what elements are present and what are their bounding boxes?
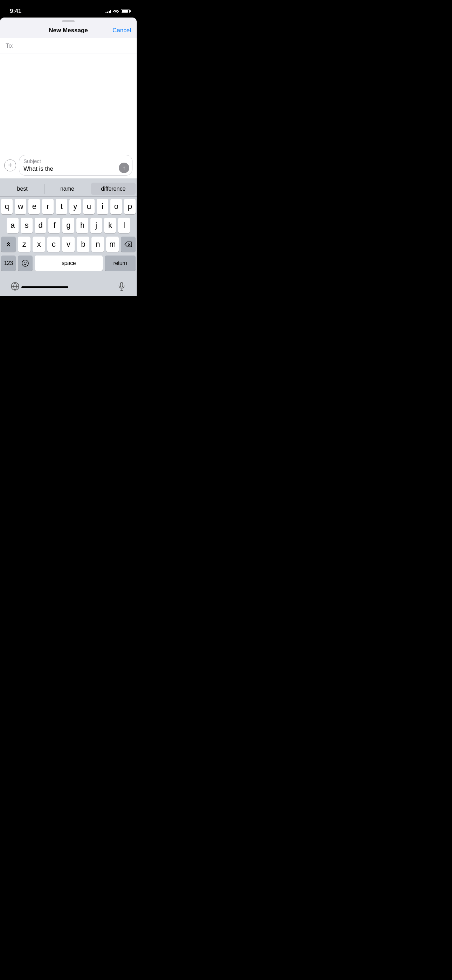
key-r[interactable]: r xyxy=(42,199,54,214)
key-y[interactable]: y xyxy=(69,199,81,214)
compose-sheet: New Message Cancel To: + Subject What is… xyxy=(0,18,137,296)
key-h[interactable]: h xyxy=(76,218,88,233)
svg-point-2 xyxy=(22,260,29,266)
key-rows: q w e r t y u i o p a s d f g h j k xyxy=(0,197,137,275)
bottom-bar xyxy=(0,275,137,296)
key-j[interactable]: j xyxy=(91,218,102,233)
key-row-4: 123 space return xyxy=(1,256,135,271)
space-key[interactable]: space xyxy=(35,256,103,271)
to-label: To: xyxy=(6,42,14,49)
subject-message-area[interactable]: Subject What is the ↑ xyxy=(19,155,132,176)
return-key[interactable]: return xyxy=(105,256,135,271)
send-arrow: ↑ xyxy=(123,165,126,171)
to-input[interactable] xyxy=(16,42,131,49)
message-text: What is the xyxy=(24,165,128,172)
key-e[interactable]: e xyxy=(29,199,40,214)
keyboard: best name difference q w e r t y u i xyxy=(0,178,137,296)
key-b[interactable]: b xyxy=(77,237,89,252)
numbers-key[interactable]: 123 xyxy=(1,256,16,271)
send-button[interactable]: ↑ xyxy=(119,162,129,173)
backspace-icon xyxy=(124,242,132,247)
battery-icon xyxy=(121,9,130,13)
backspace-key[interactable] xyxy=(121,237,135,252)
key-row-3: z x c v b n m xyxy=(1,237,135,252)
predictive-item-difference[interactable]: difference xyxy=(91,183,135,195)
compose-toolbar: + Subject What is the ↑ xyxy=(0,152,137,178)
predictive-divider-2 xyxy=(90,184,90,194)
key-p[interactable]: p xyxy=(124,199,135,214)
key-z[interactable]: z xyxy=(18,237,30,252)
key-i[interactable]: i xyxy=(97,199,108,214)
key-m[interactable]: m xyxy=(106,237,119,252)
svg-rect-7 xyxy=(121,283,123,287)
key-w[interactable]: w xyxy=(15,199,26,214)
key-g[interactable]: g xyxy=(62,218,74,233)
key-v[interactable]: v xyxy=(62,237,75,252)
key-f[interactable]: f xyxy=(48,218,60,233)
shift-icon xyxy=(5,241,12,248)
key-t[interactable]: t xyxy=(56,199,67,214)
key-q[interactable]: q xyxy=(1,199,13,214)
key-row-2: a s d f g h j k l xyxy=(1,218,135,233)
key-row-1: q w e r t y u i o p xyxy=(1,199,135,214)
compose-header: New Message Cancel xyxy=(0,22,137,38)
emoji-icon xyxy=(21,259,29,267)
subject-placeholder: Subject xyxy=(24,158,128,164)
cancel-button[interactable]: Cancel xyxy=(113,27,131,34)
key-u[interactable]: u xyxy=(83,199,95,214)
home-indicator xyxy=(21,286,68,288)
key-k[interactable]: k xyxy=(104,218,116,233)
wifi-icon xyxy=(113,9,119,13)
key-s[interactable]: s xyxy=(21,218,33,233)
key-x[interactable]: x xyxy=(33,237,45,252)
compose-title: New Message xyxy=(49,27,88,34)
message-body[interactable] xyxy=(0,54,137,152)
predictive-bar: best name difference xyxy=(0,181,137,197)
key-o[interactable]: o xyxy=(110,199,122,214)
signal-icon xyxy=(105,9,111,13)
predictive-item-best[interactable]: best xyxy=(0,181,45,196)
predictive-item-name[interactable]: name xyxy=(45,181,89,196)
key-a[interactable]: a xyxy=(6,218,19,233)
shift-key[interactable] xyxy=(1,237,16,252)
key-c[interactable]: c xyxy=(47,237,60,252)
globe-icon[interactable] xyxy=(11,282,20,292)
status-time: 9:41 xyxy=(10,8,21,15)
key-d[interactable]: d xyxy=(35,218,46,233)
status-icons xyxy=(105,9,130,13)
microphone-icon[interactable] xyxy=(117,282,126,292)
status-bar: 9:41 xyxy=(0,0,137,18)
key-l[interactable]: l xyxy=(118,218,130,233)
to-field[interactable]: To: xyxy=(0,38,137,54)
emoji-key[interactable] xyxy=(18,256,33,271)
add-attachment-button[interactable]: + xyxy=(4,159,16,172)
key-n[interactable]: n xyxy=(91,237,104,252)
